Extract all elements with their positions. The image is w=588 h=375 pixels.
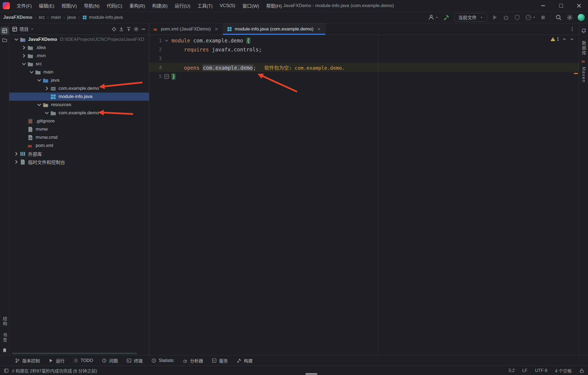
- menu-item[interactable]: 代码(C): [103, 0, 126, 11]
- commit-tool-button[interactable]: [1, 36, 9, 44]
- chevron-right-icon[interactable]: [13, 159, 20, 165]
- code-line[interactable]: 4 opens com.example.demo;软件包为空: com.exam…: [149, 63, 579, 72]
- tool-window-button[interactable]: 运行: [45, 355, 68, 366]
- inspections-widget[interactable]: 1: [550, 37, 574, 42]
- breadcrumb-item[interactable]: module-info.java: [82, 15, 123, 20]
- maximize-button[interactable]: [552, 0, 570, 11]
- menu-item[interactable]: 导航(N): [80, 0, 103, 11]
- editor-tab[interactable]: mpom.xml (JavaFXDemo): [149, 23, 223, 35]
- coverage-button[interactable]: [514, 14, 520, 21]
- indent-style[interactable]: 4 个空格: [555, 367, 572, 374]
- chevron-down-icon[interactable]: [44, 110, 50, 116]
- next-problem-button[interactable]: [569, 37, 574, 42]
- tool-window-layout-icon[interactable]: [4, 368, 9, 373]
- warning-stripe-mark[interactable]: [574, 73, 578, 74]
- tab-close-icon[interactable]: [214, 27, 219, 32]
- tree-item[interactable]: .gitignore: [9, 117, 149, 125]
- tool-window-button[interactable]: 构建: [234, 355, 256, 366]
- chevron-right-icon[interactable]: [21, 44, 27, 51]
- chevron-right-icon[interactable]: [21, 53, 27, 59]
- tree-item[interactable]: mpom.xml: [9, 142, 149, 150]
- tree-item[interactable]: mvnw: [9, 125, 149, 133]
- chevron-down-icon[interactable]: [36, 102, 42, 108]
- line-separator[interactable]: LF: [522, 368, 528, 373]
- stop-button[interactable]: [540, 15, 546, 20]
- tree-item[interactable]: 临时文件和控制台: [9, 158, 149, 166]
- tab-options-button[interactable]: [566, 23, 579, 35]
- taskbar-peek-pill[interactable]: [305, 373, 317, 375]
- tool-window-button[interactable]: TODO: [70, 355, 96, 366]
- tool-window-button[interactable]: 版本控制: [12, 355, 43, 366]
- tree-item[interactable]: module-info.java: [9, 93, 149, 101]
- file-encoding[interactable]: UTF-8: [535, 368, 547, 373]
- menu-item[interactable]: 视图(V): [58, 0, 80, 11]
- tree-item[interactable]: .mvn: [9, 52, 149, 60]
- tool-stripe-label[interactable]: 结构: [1, 316, 8, 326]
- breadcrumb-item[interactable]: JavaFXDemo: [3, 15, 32, 20]
- settings-button[interactable]: [566, 14, 573, 21]
- chevron-down-icon[interactable]: [36, 77, 42, 84]
- code-line[interactable]: 1module com.example.demo {: [149, 36, 579, 45]
- menu-item[interactable]: 编辑(E): [35, 0, 58, 11]
- tree-item[interactable]: main: [9, 68, 149, 76]
- tool-window-button[interactable]: 终端: [124, 355, 146, 366]
- panel-options-button[interactable]: [133, 26, 139, 32]
- profiler-button[interactable]: [525, 14, 536, 21]
- tool-window-button[interactable]: 问题: [99, 355, 121, 366]
- chevron-down-icon[interactable]: [21, 61, 27, 67]
- tool-stripe-label[interactable]: 书签: [1, 333, 8, 343]
- tree-item[interactable]: .idea: [9, 44, 149, 52]
- menu-item[interactable]: 工具(T): [194, 0, 216, 11]
- code-line[interactable]: 5}: [149, 72, 579, 81]
- search-everywhere-button[interactable]: [555, 14, 562, 21]
- expand-all-button[interactable]: [119, 26, 124, 32]
- menu-item[interactable]: VCS(S): [216, 0, 239, 11]
- chevron-right-icon[interactable]: [13, 150, 20, 157]
- collapse-all-button[interactable]: [126, 26, 131, 32]
- tree-item[interactable]: 外部库: [9, 150, 149, 158]
- chevron-down-icon[interactable]: [28, 69, 35, 75]
- run-button[interactable]: [492, 14, 498, 21]
- chevron-right-icon[interactable]: [44, 85, 50, 92]
- tool-stripe-button[interactable]: mMaven: [581, 59, 586, 86]
- select-opened-file-button[interactable]: [111, 26, 117, 32]
- build-project-button[interactable]: [443, 14, 450, 21]
- tool-window-button[interactable]: 分析器: [180, 355, 206, 366]
- code-line[interactable]: 2 requires javafx.controls;: [149, 45, 579, 54]
- code-editor[interactable]: 1module com.example.demo {2 requires jav…: [149, 35, 579, 355]
- tree-item[interactable]: resources: [9, 101, 149, 109]
- run-configuration-select[interactable]: 当前文件: [454, 13, 487, 22]
- code-line[interactable]: 3: [149, 54, 579, 63]
- menu-item[interactable]: 窗口(W): [239, 0, 263, 11]
- tree-item[interactable]: mvnw.cmd: [9, 133, 149, 142]
- editor-tab[interactable]: module-info.java (com.example.demo): [223, 23, 326, 35]
- tab-close-icon[interactable]: [317, 27, 321, 32]
- close-button[interactable]: [570, 0, 588, 11]
- chevron-down-icon[interactable]: [13, 36, 20, 43]
- tree-item[interactable]: com.example.demo: [9, 109, 149, 117]
- bookmarks-tool-button[interactable]: [1, 346, 9, 355]
- tool-stripe-button[interactable]: 数据库: [580, 38, 587, 59]
- tree-item[interactable]: com.example.demo: [9, 84, 149, 93]
- previous-problem-button[interactable]: [562, 37, 567, 42]
- menu-item[interactable]: 文件(F): [13, 0, 35, 11]
- menu-item[interactable]: 帮助(H): [263, 0, 286, 11]
- readonly-lock-icon[interactable]: [579, 368, 584, 373]
- tool-window-button[interactable]: Statistic: [148, 355, 177, 366]
- hide-panel-button[interactable]: [141, 26, 146, 32]
- chevron-down-icon[interactable]: [30, 27, 34, 31]
- menu-item[interactable]: 运行(U): [171, 0, 194, 11]
- menu-item[interactable]: 构建(B): [149, 0, 171, 11]
- tree-item[interactable]: JavaFXDemoD:\IDEAProjects\JCNCProjects\J…: [9, 35, 149, 44]
- minimize-button[interactable]: [534, 0, 552, 11]
- vcs-user-button[interactable]: [428, 14, 439, 21]
- project-tool-button[interactable]: [1, 27, 9, 35]
- breadcrumb-item[interactable]: java: [67, 15, 76, 20]
- breadcrumb-item[interactable]: src: [39, 15, 45, 20]
- menu-item[interactable]: 重构(R): [126, 0, 149, 11]
- debug-button[interactable]: [503, 14, 509, 21]
- tree-item[interactable]: java: [9, 76, 149, 84]
- tree-item[interactable]: src: [9, 60, 149, 68]
- tool-window-button[interactable]: 服务: [209, 355, 231, 366]
- breadcrumb-item[interactable]: main: [51, 15, 61, 20]
